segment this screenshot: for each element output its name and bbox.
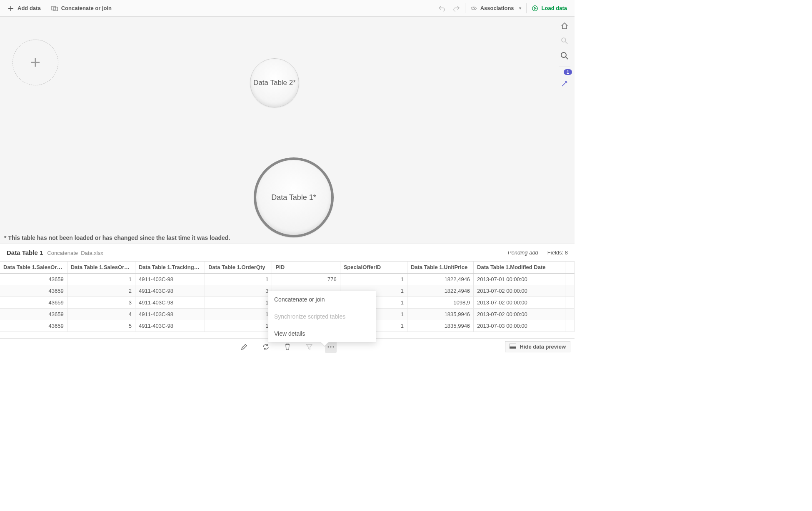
table-cell: 4911-403C-98 — [135, 273, 205, 285]
add-data-button[interactable]: Add data — [3, 0, 45, 16]
concatenate-join-button[interactable]: Concatenate or join — [47, 0, 116, 16]
chevron-down-icon: ▾ — [519, 6, 521, 10]
table-cell: 1822,4946 — [407, 273, 473, 285]
table-bubble-2[interactable]: Data Table 2* — [250, 58, 299, 107]
redo-button[interactable] — [449, 0, 464, 16]
filter-button — [303, 341, 315, 353]
table-cell: 43659 — [0, 320, 67, 332]
undo-button[interactable] — [434, 0, 449, 16]
table-cell: 3 — [205, 285, 272, 297]
table-bubble-1[interactable]: Data Table 1* — [254, 157, 334, 237]
column-header[interactable]: PID — [272, 262, 340, 273]
column-header[interactable]: SpecialOfferID — [340, 262, 407, 273]
more-actions-menu: Concatenate or joinSynchronize scripted … — [268, 291, 376, 342]
table-row[interactable]: 4365914911-403C-98177611822,49462013-07-… — [0, 273, 575, 285]
column-header-empty — [565, 262, 574, 273]
panel-icon — [510, 344, 516, 350]
table-cell: 3 — [67, 297, 135, 308]
zoom-out-button[interactable] — [560, 51, 570, 61]
column-header[interactable]: Data Table 1.SalesOr… — [67, 262, 135, 273]
context-menu-item[interactable]: View details — [268, 325, 376, 342]
svg-point-8 — [327, 346, 329, 347]
column-header[interactable]: Data Table 1.Tracking… — [135, 262, 205, 273]
load-data-label: Load data — [542, 5, 567, 11]
table-cell: 1 — [205, 297, 272, 308]
column-header[interactable]: Data Table 1.UnitPrice — [407, 262, 473, 273]
svg-point-3 — [473, 7, 475, 9]
table-bubble-2-label: Data Table 2* — [253, 79, 296, 87]
preview-file-name: Concatenate_Data.xlsx — [47, 250, 103, 256]
table-cell: 43659 — [0, 308, 67, 320]
svg-rect-12 — [510, 346, 516, 349]
toolbar-separator — [465, 3, 465, 13]
svg-point-10 — [332, 346, 334, 347]
table-cell-empty — [565, 308, 574, 320]
table-cell: 5 — [67, 320, 135, 332]
table-cell: 1 — [205, 308, 272, 320]
preview-pending-status: Pending add — [508, 249, 538, 256]
edit-button[interactable] — [238, 341, 250, 353]
table-cell: 1 — [340, 273, 407, 285]
preview-fields-count: Fields: 8 — [547, 249, 568, 256]
table-bubble-1-label: Data Table 1* — [271, 193, 316, 202]
data-model-canvas[interactable]: Data Table 2* Data Table 1* 1 * This tab… — [0, 17, 575, 244]
table-cell: 4911-403C-98 — [135, 297, 205, 308]
table-cell-empty — [565, 273, 574, 285]
play-circle-icon — [532, 5, 538, 12]
table-cell: 1835,9946 — [407, 308, 473, 320]
table-cell: 1 — [205, 273, 272, 285]
svg-point-7 — [566, 81, 567, 82]
table-cell: 4911-403C-98 — [135, 308, 205, 320]
plus-icon — [7, 5, 14, 12]
table-cell: 43659 — [0, 273, 67, 285]
associations-label: Associations — [480, 5, 514, 11]
canvas-side-tools: 1 — [559, 21, 570, 89]
toolbar-separator — [46, 3, 46, 13]
table-cell: 1 — [205, 320, 272, 332]
load-data-button[interactable]: Load data — [527, 0, 571, 16]
svg-point-2 — [471, 7, 476, 10]
svg-point-6 — [561, 52, 566, 57]
undo-icon — [438, 5, 445, 12]
table-cell: 2013-07-02 00:00:00 — [474, 285, 565, 297]
svg-point-9 — [330, 346, 331, 347]
table-header-row: Data Table 1.SalesOr…Data Table 1.SalesO… — [0, 262, 575, 273]
table-cell: 776 — [272, 273, 340, 285]
recommendations-badge: 1 — [564, 69, 572, 75]
hide-data-preview-button[interactable]: Hide data preview — [505, 341, 570, 352]
side-tool-separator — [559, 67, 570, 67]
table-cell-empty — [565, 297, 574, 308]
associations-button[interactable]: Associations ▾ — [466, 0, 525, 16]
table-cell: 1 — [67, 273, 135, 285]
delete-button[interactable] — [282, 341, 293, 353]
table-cell: 4911-403C-98 — [135, 285, 205, 297]
table-cell: 2013-07-01 00:00:00 — [474, 273, 565, 285]
table-cell: 2 — [67, 285, 135, 297]
column-header[interactable]: Data Table 1.OrderQty — [205, 262, 272, 273]
hide-preview-label: Hide data preview — [520, 344, 566, 350]
zoom-in-button[interactable] — [560, 36, 570, 46]
context-menu-item: Synchronize scripted tables — [268, 308, 376, 325]
unsaved-note: * This table has not been loaded or has … — [4, 234, 230, 241]
preview-header: Data Table 1 Concatenate_Data.xlsx Pendi… — [0, 244, 575, 261]
table-cell-empty — [565, 320, 574, 332]
add-table-bubble[interactable] — [12, 40, 58, 85]
table-cell: 43659 — [0, 285, 67, 297]
svg-point-5 — [562, 38, 566, 42]
column-header[interactable]: Data Table 1.SalesOr… — [0, 262, 67, 273]
top-toolbar: Add data Concatenate or join Association — [0, 0, 575, 17]
plus-icon — [30, 57, 41, 68]
preview-table-name: Data Table 1 — [7, 249, 43, 256]
home-button[interactable] — [560, 21, 570, 31]
table-cell: 2013-07-02 00:00:00 — [474, 308, 565, 320]
refresh-button[interactable] — [260, 341, 272, 353]
recommendations-button[interactable] — [560, 79, 570, 89]
concatenate-join-label: Concatenate or join — [61, 5, 112, 11]
column-header[interactable]: Data Table 1.Modified Date — [474, 262, 565, 273]
context-menu-item[interactable]: Concatenate or join — [268, 291, 376, 308]
table-cell: 43659 — [0, 297, 67, 308]
table-cell: 2013-07-02 00:00:00 — [474, 297, 565, 308]
table-cell: 4 — [67, 308, 135, 320]
table-cell: 2013-07-03 00:00:00 — [474, 320, 565, 332]
table-cell-empty — [565, 285, 574, 297]
